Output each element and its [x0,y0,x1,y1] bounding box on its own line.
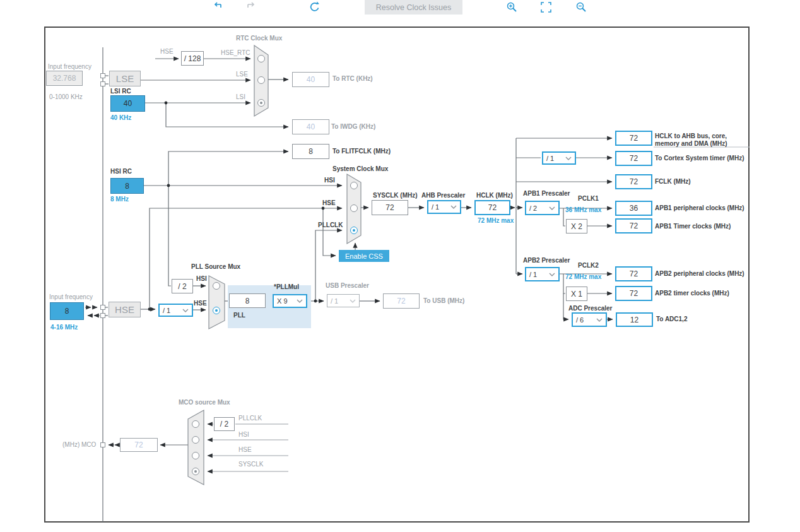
mco-value-box[interactable]: 72 [120,438,158,452]
rtc-mux-lsi-radio[interactable] [257,99,265,107]
chevron-down-icon [182,309,189,312]
pclk2-label: PCLK2 [578,262,599,269]
pll-hsi-div2-box: / 2 [172,279,193,293]
usb-out-label: To USB (MHz) [423,297,464,304]
usb-prescaler-value: / 1 [331,297,338,305]
ahb-bus-label-line1: HCLK to AHB bus, core, [655,133,727,139]
apb1-peripheral-value-box[interactable]: 36 [615,201,652,216]
apb2-prescaler-dropdown[interactable]: / 1 [525,267,560,281]
hclk-value-box[interactable]: 72 [474,200,510,215]
ahb-prescaler-dropdown[interactable]: / 1 [427,200,461,214]
lsi-rc-label: LSI RC [110,88,131,95]
apb1-timer-label: APB1 Timer clocks (MHz) [655,223,731,230]
rtc-hse-label: HSE [160,48,174,55]
cortex-timer-value-box[interactable]: 72 [615,151,652,166]
to-iwdg-value-box[interactable]: 40 [292,119,329,134]
apb2-peripheral-value-box[interactable]: 72 [615,266,652,281]
apb2-timer-label: APB2 timer clocks (MHz) [655,290,729,297]
lse-source-box: LSE [109,71,141,86]
pllmux-hsi-label: HSI [196,275,207,282]
chevron-down-icon [297,299,303,303]
rtc-lsi-label: LSI [236,93,245,100]
pll-input-value-box: 8 [229,293,266,308]
mco-mux-title: MCO source Mux [179,399,230,406]
zoom-in-icon[interactable] [506,1,518,16]
apb2-prescaler-value: / 1 [529,271,537,278]
pllmux-hse-radio[interactable] [213,307,220,314]
hse-source-box: HSE [109,302,141,317]
cortex-prescaler-value: / 1 [546,155,554,162]
sysmux-hse-radio[interactable] [350,204,358,212]
lse-pin-square [100,73,105,78]
hse-prediv-dropdown[interactable]: / 1 [158,304,193,317]
flitfclk-value-box[interactable]: 8 [292,144,329,159]
clock-configuration-view: Resolve Clock Issues [0,0,800,532]
sysmux-pllclk-radio[interactable] [350,227,358,234]
pllmux-hsi-radio[interactable] [213,282,220,290]
to-rtc-value-box[interactable]: 40 [292,72,329,87]
apb2-peripheral-label: APB2 peripheral clocks (MHz) [655,270,744,277]
adc-value-box[interactable]: 12 [616,312,653,327]
hsi-rc-value-box[interactable]: 8 [110,178,144,194]
to-iwdg-label: To IWDG (KHz) [331,123,375,130]
undo-icon[interactable] [211,1,223,13]
pllmux-hse-label: HSE [194,300,207,307]
cortex-prescaler-dropdown[interactable]: / 1 [542,151,576,165]
rtc-lse-label: LSE [236,71,248,78]
hse-input-frequency-field[interactable]: 8 [50,302,84,320]
usb-prescaler-dropdown[interactable]: / 1 [327,294,360,307]
redo-icon[interactable] [246,1,257,13]
apb2-timer-value-box[interactable]: 72 [615,286,652,301]
adc-out-label: To ADC1,2 [656,316,687,322]
rtc-mux-hse-radio[interactable] [257,55,265,62]
mco-mux-hsi-radio[interactable] [192,436,199,444]
pllmul-label: *PLLMul [274,283,299,290]
pclk1-label: PCLK1 [578,195,599,202]
fit-to-screen-icon[interactable] [541,2,552,16]
adc-prescaler-value: / 6 [576,316,584,324]
chevron-down-icon [596,318,603,322]
apb1-timer-mult-box: X 2 [566,219,587,233]
pclk1-max-label: 36 MHz max [565,206,601,213]
hse-pin-square [100,313,105,318]
rtc-mux-title: RTC Clock Mux [236,35,282,42]
chevron-down-icon [350,299,356,303]
apb2-timer-mult-box: X 1 [566,287,587,301]
mco-mux-hse-radio[interactable] [192,452,199,459]
resolve-clock-issues-button[interactable]: Resolve Clock Issues [365,0,462,15]
cortex-timer-label: To Cortex System timer (MHz) [655,155,744,162]
mco-mux-pllclk-radio[interactable] [192,420,199,428]
mco-pin-square [100,442,105,447]
zoom-out-icon[interactable] [575,1,587,16]
pllmul-dropdown[interactable]: X 9 [273,294,307,308]
hclk-label: HCLK (MHz) [476,192,513,199]
lse-range-label: 0-1000 KHz [49,93,83,100]
mco-hsi-label: HSI [238,431,249,438]
hsi-frequency-label: 8 MHz [110,196,129,203]
ahb-bus-value-box[interactable]: 72 [615,131,652,146]
hsi-rc-label: HSI RC [110,168,132,175]
sysmux-hsi-radio[interactable] [350,182,358,189]
apb1-prescaler-dropdown[interactable]: / 2 [525,201,560,215]
fclk-value-box[interactable]: 72 [615,174,652,189]
ahb-prescaler-label: AHB Prescaler [421,192,465,199]
system-clock-mux-title: System Clock Mux [332,165,388,172]
usb-value-box[interactable]: 72 [383,293,420,309]
rtc-mux-lse-radio[interactable] [257,76,265,84]
lse-pin-square [100,81,105,86]
lse-input-frequency-field[interactable]: 32.768 [46,71,83,86]
ahb-bus-label-line2: memory and DMA (MHz) [655,140,727,147]
apb1-timer-value-box[interactable]: 72 [615,218,652,233]
enable-css-button[interactable]: Enable CSS [339,250,389,262]
mco-mux-sysclk-radio[interactable] [192,468,199,475]
flitfclk-label: To FLITFCLK (MHz) [332,148,391,155]
adc-prescaler-label: ADC Prescaler [568,305,612,312]
sysmux-hsi-label: HSI [324,177,335,184]
hse-rtc-label: HSE_RTC [221,49,250,56]
sysmux-pllclk-label: PLLCLK [318,222,343,228]
reset-icon[interactable] [309,1,322,17]
lsi-rc-value-box[interactable]: 40 [110,95,145,112]
adc-prescaler-dropdown[interactable]: / 6 [572,312,607,327]
chevron-down-icon [549,273,555,276]
sysclk-value-box[interactable]: 72 [372,200,408,215]
